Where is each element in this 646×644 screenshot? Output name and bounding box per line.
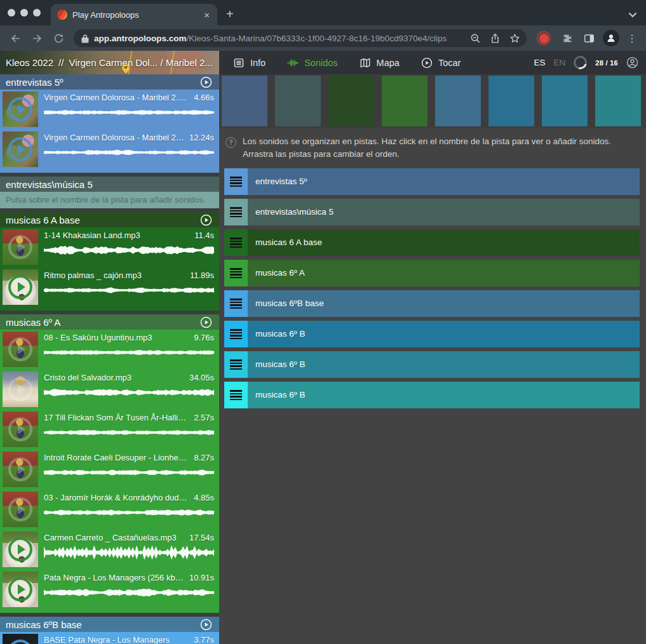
account-icon[interactable] (626, 57, 638, 69)
nav-tab-sonidos[interactable]: Sonidos (287, 57, 337, 69)
audio-clip[interactable]: BASE Pata Negra - Los Managers3.77s (0, 632, 219, 644)
track-row[interactable]: musicas 6 A base (224, 229, 640, 256)
browser-tab[interactable]: Play Antropoloops × (51, 4, 217, 25)
drag-handle-icon (230, 329, 242, 339)
forward-button[interactable] (27, 28, 47, 48)
window-minimize-button[interactable] (20, 9, 28, 17)
track-color-swatch[interactable] (275, 76, 321, 126)
audio-clip[interactable]: Virgen Carmen Dolorosa - Maribel 2.mp34.… (0, 90, 219, 130)
section-play-button[interactable] (200, 316, 212, 328)
reload-button[interactable] (48, 28, 69, 48)
breadcrumb-project[interactable]: Kleos 2022 (6, 57, 53, 68)
audio-clip[interactable]: Pata Negra - Los Managers (256 kbps).mp3… (0, 570, 219, 610)
track-name-button[interactable]: musicas 6ºB base (248, 290, 640, 317)
track-drag-handle[interactable] (224, 321, 248, 347)
record-extension-icon[interactable] (537, 31, 551, 45)
track-row[interactable]: musicas 6º B (224, 321, 640, 347)
clip-play-icon[interactable] (8, 97, 32, 121)
zoom-out-page-icon[interactable] (470, 33, 481, 44)
clip-play-icon[interactable] (8, 137, 32, 161)
clip-play-icon[interactable] (8, 377, 32, 401)
section-play-button[interactable] (200, 619, 212, 631)
audio-clip[interactable]: 08 - Es Sakūru Uguntiņu.mp39.76s (0, 330, 219, 370)
track-color-swatch[interactable] (595, 76, 641, 126)
clip-duration: 17.54s (189, 533, 214, 543)
sidebar-track-header[interactable]: entrevistas 5º (0, 74, 219, 90)
lang-en-button[interactable]: EN (553, 58, 565, 67)
track-color-swatch[interactable] (328, 76, 374, 126)
track-row[interactable]: musicas 6ºB base (224, 290, 640, 317)
audio-clip[interactable]: Carmen Carreto _ Castañuelas.mp317.54s (0, 530, 219, 570)
audio-clip[interactable]: 1-14 Khakasian Land.mp311.4s (0, 227, 219, 267)
track-color-swatch[interactable] (488, 76, 534, 126)
browser-profile-avatar[interactable] (603, 30, 619, 46)
track-drag-handle[interactable] (224, 199, 248, 225)
breadcrumb-trail[interactable]: Virgen Carmen Dol... / Maribel 2... (69, 57, 212, 68)
lang-es-button[interactable]: ES (534, 58, 545, 67)
clip-play-icon[interactable] (8, 497, 32, 521)
clip-play-icon[interactable] (8, 537, 32, 561)
window-zoom-button[interactable] (33, 9, 41, 17)
browser-toolbar: app.antropoloops.com/Kleos-Santa-Marina/… (0, 25, 646, 51)
clip-play-icon[interactable] (8, 417, 32, 441)
track-drag-handle[interactable] (224, 351, 248, 378)
track-name-button[interactable]: musicas 6º B (248, 351, 640, 378)
clip-play-icon[interactable] (8, 337, 32, 361)
sidebar-track-header[interactable]: entrevistas\música 5 (0, 177, 219, 192)
track-row[interactable]: entrevistas 5º (224, 168, 640, 195)
audio-clip[interactable]: Virgen Carmen Dolorosa - Maribel 2.mp312… (0, 130, 219, 170)
track-color-swatch[interactable] (542, 76, 588, 126)
audio-clip[interactable]: Cristo del Salvador.mp334.05s (0, 370, 219, 410)
extensions-puzzle-icon[interactable] (557, 28, 577, 48)
track-name-button[interactable]: entrevistas\música 5 (248, 199, 640, 225)
url-bar[interactable]: app.antropoloops.com/Kleos-Santa-Marina/… (74, 29, 527, 47)
audio-clip[interactable]: Introit Rorate Caeli Desuper - Lionheart… (0, 450, 219, 490)
breadcrumb[interactable]: Kleos 2022 // Virgen Carmen Dol... / Mar… (0, 51, 219, 74)
track-color-swatch[interactable] (382, 76, 427, 126)
share-icon[interactable] (490, 33, 501, 44)
track-name-button[interactable]: musicas 6 A base (248, 229, 640, 256)
window-controls[interactable] (0, 0, 50, 25)
section-clips: BASE Pata Negra - Los Managers3.77s (0, 632, 219, 644)
track-name-button[interactable]: musicas 6º A (248, 260, 640, 286)
track-drag-handle[interactable] (224, 168, 248, 195)
tab-search-chevron-icon[interactable] (628, 12, 637, 18)
browser-menu-icon[interactable]: ⋮ (623, 32, 641, 44)
track-row[interactable]: musicas 6º B (224, 351, 640, 378)
track-name-button[interactable]: musicas 6º B (248, 382, 640, 408)
audio-clip[interactable]: Ritmo palmas _ cajón.mp311.89s (0, 267, 219, 307)
section-play-button[interactable] (200, 214, 212, 226)
clip-play-icon[interactable] (8, 577, 32, 601)
window-close-button[interactable] (8, 9, 15, 17)
back-button[interactable] (5, 28, 25, 48)
clip-play-icon[interactable] (8, 275, 32, 299)
track-color-swatch[interactable] (435, 76, 481, 126)
audio-clip[interactable]: 17 Till Flickan Som Är Tusen År-Halling … (0, 410, 219, 450)
track-color-swatch[interactable] (222, 76, 267, 126)
clip-play-icon[interactable] (8, 640, 32, 644)
clip-play-icon[interactable] (8, 235, 32, 259)
nav-tab-mapa[interactable]: Mapa (360, 57, 400, 69)
track-name-button[interactable]: entrevistas 5º (248, 168, 640, 195)
tab-close-icon[interactable]: × (203, 10, 211, 20)
track-row[interactable]: musicas 6º B (224, 382, 640, 408)
section-play-button[interactable] (200, 76, 212, 88)
sidebar-track-header[interactable]: musicas 6º A (0, 314, 219, 330)
track-name-button[interactable]: musicas 6º B (248, 321, 640, 347)
sidebar-track-header[interactable]: musicas 6 A base (0, 212, 219, 227)
track-row[interactable]: entrevistas\música 5 (224, 199, 640, 225)
side-panel-icon[interactable] (579, 28, 599, 48)
nav-tab-tocar[interactable]: Tocar (421, 57, 461, 69)
nav-tab-info[interactable]: Info (233, 57, 266, 69)
track-drag-handle[interactable] (224, 229, 248, 256)
track-row[interactable]: musicas 6º A (224, 260, 640, 286)
bookmark-star-icon[interactable] (509, 33, 520, 44)
sidebar-track-header[interactable]: musicas 6ºB base (0, 617, 219, 632)
track-drag-handle[interactable] (224, 290, 248, 317)
new-tab-button[interactable]: + (226, 8, 234, 20)
track-drag-handle[interactable] (224, 260, 248, 286)
clip-waveform (44, 505, 214, 520)
clip-play-icon[interactable] (8, 457, 32, 481)
audio-clip[interactable]: 03 - Jaromír Horák & Konrádyho dudácká .… (0, 490, 219, 530)
track-drag-handle[interactable] (224, 382, 248, 408)
